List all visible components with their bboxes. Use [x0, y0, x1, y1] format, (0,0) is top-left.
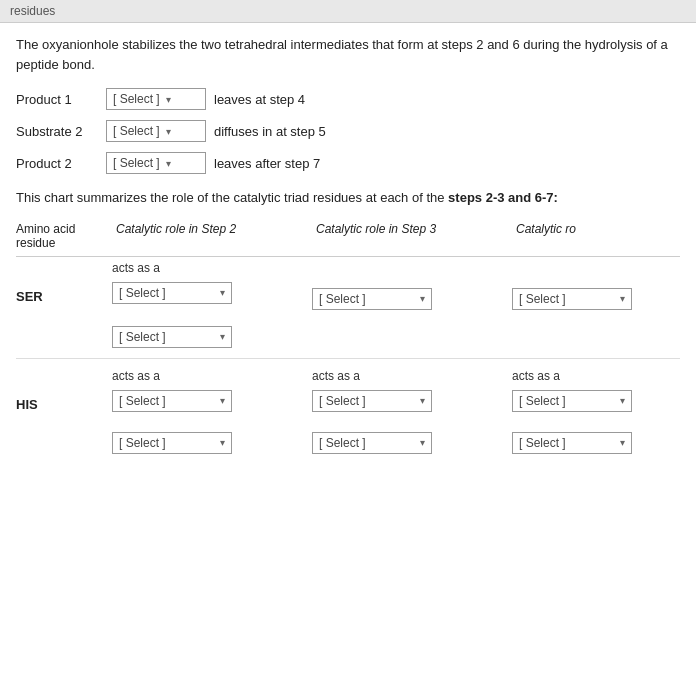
summary-text-before: This chart summarizes the role of the ca…	[16, 190, 448, 205]
his-right-select2-chevron-icon: ▾	[620, 437, 625, 448]
ser-step3-select1-chevron-icon: ▾	[420, 293, 425, 304]
his-step3-select1-text: [ Select ]	[319, 394, 366, 408]
ser-right-select1-chevron-icon: ▾	[620, 293, 625, 304]
his-step3-acts-as: acts as a	[312, 369, 506, 383]
substrate2-select[interactable]: [ Select ] ▾	[106, 120, 206, 142]
his-step2-acts-as: acts as a	[112, 369, 306, 383]
his-step3-cell: acts as a [ Select ] ▾ [ Select ] ▾	[306, 369, 506, 454]
his-residue-label: HIS	[16, 369, 106, 412]
product2-label: Product 2	[16, 156, 106, 171]
ser-step2-select1-chevron-icon: ▾	[220, 287, 225, 298]
ser-step2-select2[interactable]: [ Select ] ▾	[112, 326, 232, 348]
his-right-select1[interactable]: [ Select ] ▾	[512, 390, 632, 412]
product2-step-label: leaves after step 7	[214, 156, 320, 171]
substrate2-row: Substrate 2 [ Select ] ▾ diffuses in at …	[16, 120, 680, 142]
table-header: Amino acid residue Catalytic role in Ste…	[16, 222, 680, 257]
ser-step2-select2-text: [ Select ]	[119, 330, 166, 344]
his-row: HIS acts as a [ Select ] ▾ [ Select ] ▾ …	[16, 369, 680, 454]
intro-text: The oxyanionhole stabilizes the two tetr…	[16, 35, 680, 74]
ser-step3-select1-text: [ Select ]	[319, 292, 366, 306]
ser-step2-select2-chevron-icon: ▾	[220, 331, 225, 342]
his-step2-select2-text: [ Select ]	[119, 436, 166, 450]
his-step2-select2-chevron-icon: ▾	[220, 437, 225, 448]
ser-step2-select1[interactable]: [ Select ] ▾	[112, 282, 232, 304]
product2-select-text: [ Select ]	[113, 156, 160, 170]
his-step2-cell: acts as a [ Select ] ▾ [ Select ] ▾	[106, 369, 306, 454]
ser-step2-acts-as: acts as a	[112, 261, 306, 275]
his-right-select2[interactable]: [ Select ] ▾	[512, 432, 632, 454]
his-step2-select1-text: [ Select ]	[119, 394, 166, 408]
his-right-acts-as: acts as a	[512, 369, 680, 383]
ser-step3-select1[interactable]: [ Select ] ▾	[312, 288, 432, 310]
ser-row: SER acts as a [ Select ] ▾ [ Select ] ▾ …	[16, 261, 680, 348]
product2-select[interactable]: [ Select ] ▾	[106, 152, 206, 174]
product2-chevron-icon: ▾	[166, 158, 171, 169]
his-step3-select2-chevron-icon: ▾	[420, 437, 425, 448]
product1-select-text: [ Select ]	[113, 92, 160, 106]
ser-step2-cell: acts as a [ Select ] ▾ [ Select ] ▾	[106, 261, 306, 348]
his-step3-select2[interactable]: [ Select ] ▾	[312, 432, 432, 454]
col-header-stepright: Catalytic ro	[506, 222, 680, 250]
his-step3-select1[interactable]: [ Select ] ▾	[312, 390, 432, 412]
top-bar: residues	[0, 0, 696, 23]
summary-text: This chart summarizes the role of the ca…	[16, 188, 680, 208]
his-step3-select2-text: [ Select ]	[319, 436, 366, 450]
substrate2-label: Substrate 2	[16, 124, 106, 139]
main-content: The oxyanionhole stabilizes the two tetr…	[0, 23, 696, 476]
col-header-step3: Catalytic role in Step 3	[306, 222, 506, 250]
his-right-select2-text: [ Select ]	[519, 436, 566, 450]
product1-select[interactable]: [ Select ] ▾	[106, 88, 206, 110]
his-step2-select1-chevron-icon: ▾	[220, 395, 225, 406]
his-step2-select2[interactable]: [ Select ] ▾	[112, 432, 232, 454]
product1-chevron-icon: ▾	[166, 94, 171, 105]
his-right-select1-chevron-icon: ▾	[620, 395, 625, 406]
col-header-step2: Catalytic role in Step 2	[106, 222, 306, 250]
product2-row: Product 2 [ Select ] ▾ leaves after step…	[16, 152, 680, 174]
product1-step-label: leaves at step 4	[214, 92, 305, 107]
intro-sentence: The oxyanionhole stabilizes the two tetr…	[16, 37, 668, 72]
ser-step3-cell: [ Select ] ▾	[306, 261, 506, 310]
row-divider	[16, 358, 680, 359]
his-stepright-cell: acts as a [ Select ] ▾ [ Select ] ▾	[506, 369, 680, 454]
substrate2-chevron-icon: ▾	[166, 126, 171, 137]
his-step3-select1-chevron-icon: ▾	[420, 395, 425, 406]
his-step2-select1[interactable]: [ Select ] ▾	[112, 390, 232, 412]
his-right-select1-text: [ Select ]	[519, 394, 566, 408]
product1-row: Product 1 [ Select ] ▾ leaves at step 4	[16, 88, 680, 110]
ser-right-select1-text: [ Select ]	[519, 292, 566, 306]
summary-bold: steps 2-3 and 6-7:	[448, 190, 558, 205]
substrate2-step-label: diffuses in at step 5	[214, 124, 326, 139]
col-header-residue: Amino acid residue	[16, 222, 106, 250]
ser-right-select1[interactable]: [ Select ] ▾	[512, 288, 632, 310]
ser-step2-select1-text: [ Select ]	[119, 286, 166, 300]
ser-stepright-cell: [ Select ] ▾	[506, 261, 680, 310]
ser-residue-label: SER	[16, 261, 106, 304]
substrate2-select-text: [ Select ]	[113, 124, 160, 138]
topbar-label: residues	[10, 4, 55, 18]
product1-label: Product 1	[16, 92, 106, 107]
